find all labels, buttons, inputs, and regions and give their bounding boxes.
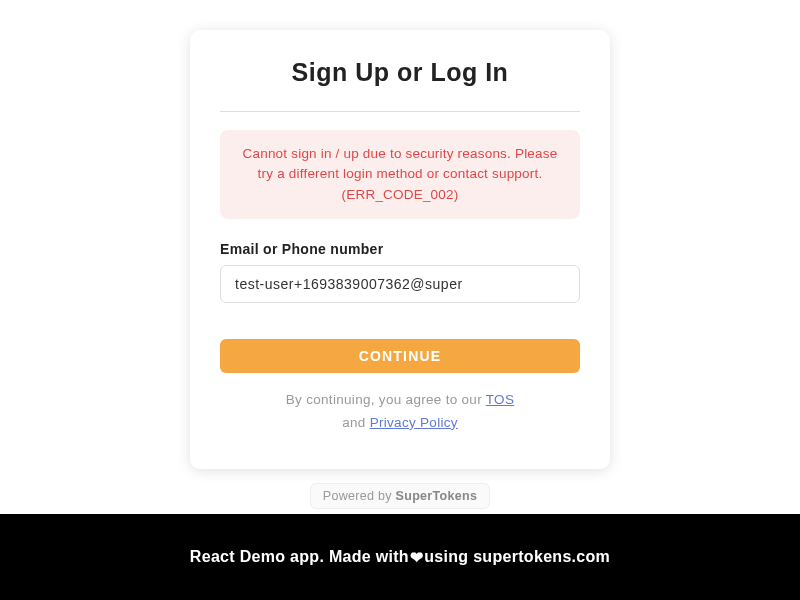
footer-suffix: using supertokens.com [424,548,610,566]
privacy-link[interactable]: Privacy Policy [370,415,458,430]
email-phone-label: Email or Phone number [220,241,580,257]
continue-button[interactable]: CONTINUE [220,339,580,373]
terms-prefix: By continuing, you agree to our [286,392,486,407]
auth-card: Sign Up or Log In Cannot sign in / up du… [190,30,610,469]
divider [220,111,580,112]
powered-prefix: Powered by [323,489,396,503]
error-banner: Cannot sign in / up due to security reas… [220,130,580,219]
footer-prefix: React Demo app. Made with [190,548,409,566]
heart-icon: ❤ [410,548,423,567]
powered-brand: SuperTokens [396,489,478,503]
terms-text: By continuing, you agree to our TOS and … [220,389,580,435]
email-phone-input[interactable] [220,265,580,303]
page-title: Sign Up or Log In [220,58,580,87]
tos-link[interactable]: TOS [486,392,514,407]
terms-middle: and [342,415,369,430]
powered-by-badge: Powered by SuperTokens [310,483,490,509]
footer-bar: React Demo app. Made with ❤ using supert… [0,514,800,600]
error-text: Cannot sign in / up due to security reas… [240,144,560,205]
